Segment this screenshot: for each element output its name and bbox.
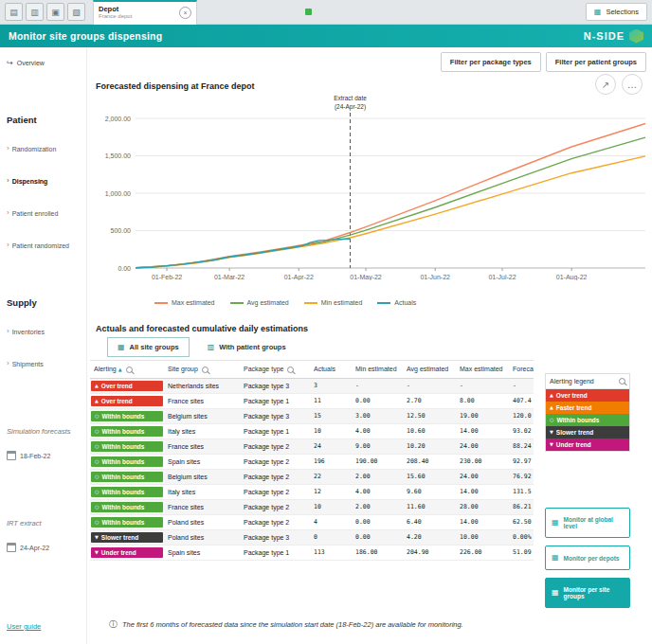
min-estimated-cell: 4.00 [352, 423, 403, 438]
simulation-date[interactable]: 18-Feb-22 [0, 439, 86, 472]
sidebar-item-dispensing[interactable]: ›Dispensing [0, 165, 86, 197]
table-row[interactable]: ○Within boundsSpain sitesPackage type 21… [90, 454, 534, 469]
search-icon[interactable] [202, 367, 208, 373]
site-group-cell: Poland sites [164, 529, 240, 545]
table-row[interactable]: ▼Slower trendPoland sitesPackage type 30… [90, 529, 534, 545]
table-row[interactable]: ▲Over trendNetherlands sitesPackage type… [90, 378, 534, 393]
search-icon[interactable] [619, 378, 625, 385]
alert-label: Within bounds [101, 443, 144, 450]
avg-estimated-cell: 204.90 [403, 545, 456, 560]
sidebar-item-shipments[interactable]: ›Shipments [0, 348, 86, 380]
chart-view-icon[interactable]: ▧ [67, 3, 85, 21]
table-row[interactable]: ▼Under trendSpain sitesPackage type 1113… [90, 545, 534, 560]
max-estimated-cell: 230.00 [456, 454, 509, 469]
sidebar-item-patient-randomized[interactable]: ›Patient randomized [0, 229, 86, 261]
column-header-package-type[interactable]: Package type [240, 361, 310, 378]
sidebar-item-label: Overview [17, 60, 45, 66]
chevron-icon: › [7, 177, 9, 185]
actuals-cell: 113 [310, 545, 352, 560]
sidebar-item-patient-enrolled[interactable]: ›Patient enrolled [0, 197, 86, 229]
actuals-cell: 3 [310, 378, 352, 393]
column-header-site-group[interactable]: Site group [164, 361, 240, 378]
close-tab-icon[interactable]: × [179, 7, 191, 19]
sidebar-item-randomization[interactable]: ›Randomization [0, 133, 86, 165]
chevron-icon: › [7, 209, 9, 217]
site-group-cell: Italy sites [164, 423, 240, 438]
column-header-actuals[interactable]: Actuals [310, 361, 352, 378]
split-view-icon[interactable]: ▥ [26, 3, 44, 21]
trend-icon: ▲ [550, 393, 553, 398]
x-axis-tick-label: 01-Apr-22 [284, 274, 314, 280]
selections-button[interactable]: ▦ Selections [586, 3, 647, 21]
legend-label: Max estimated [172, 299, 215, 306]
forecast-cell: 93.02 [509, 423, 534, 438]
actuals-cell: 196 [310, 454, 352, 469]
x-axis-tick-label: 01-Feb-22 [152, 274, 182, 280]
sidebar-item-overview[interactable]: ↪ Overview [0, 47, 86, 79]
table-row[interactable]: ○Within boundsBelgium sitesPackage type … [90, 408, 534, 423]
forecast-cell: 92.97 [509, 454, 534, 469]
search-icon[interactable] [126, 367, 133, 373]
column-header-alerting[interactable]: Alerting▲ [90, 361, 164, 378]
monitor-per-site-groups-button[interactable]: ▦Monitor per site groups [545, 578, 630, 608]
table-row[interactable]: ▲Over trendFrance sitesPackage type 1110… [90, 393, 534, 408]
user-guide-link[interactable]: User guide [7, 622, 41, 631]
toggle-with-patient-groups[interactable]: ▥ With patient groups [197, 337, 297, 357]
table-row[interactable]: ○Within boundsFrance sitesPackage type 2… [90, 438, 534, 454]
alert-legend-label: Under trend [556, 441, 591, 448]
package-type-cell: Package type 2 [240, 484, 310, 499]
tab-subtitle: France depot [99, 13, 175, 20]
table-row[interactable]: ○Within boundsItaly sitesPackage type 21… [90, 484, 534, 499]
avg-estimated-cell: - [403, 378, 456, 393]
package-type-cell: Package type 2 [240, 438, 310, 454]
column-header-avg-estimated[interactable]: Avg estimated [403, 361, 456, 378]
site-group-toggle: ▦ All site groups ▥ With patient groups [107, 337, 297, 357]
main-content: Filter per package types Filter per pati… [88, 47, 652, 644]
column-header-foreca[interactable]: Foreca [509, 361, 534, 378]
trend-icon: ○ [95, 474, 99, 479]
monitor-per-depots-button[interactable]: ▦Monitor per depots [545, 546, 630, 570]
filter-package-types-button[interactable]: Filter per package types [441, 52, 541, 72]
table-row[interactable]: ○Within boundsItaly sitesPackage type 11… [90, 423, 534, 438]
min-estimated-cell: - [352, 378, 403, 393]
sidebar-item-label: Dispensing [12, 178, 48, 185]
selections-label: Selections [606, 8, 639, 16]
x-axis-tick-label: 01-Aug-22 [556, 274, 588, 280]
column-header-max-estimated[interactable]: Max estimated [456, 361, 509, 378]
window-icon[interactable]: ▤ [5, 3, 23, 21]
alerting-cell: ○Within bounds [90, 484, 164, 499]
irt-extract-date[interactable]: 24-Apr-22 [0, 531, 86, 564]
tab-depot[interactable]: Depot France depot × [93, 0, 197, 25]
trend-icon: ○ [95, 444, 99, 449]
legend-label: Actuals [394, 299, 416, 306]
max-estimated-cell: 8.00 [456, 393, 509, 408]
alert-label: Within bounds [101, 474, 144, 480]
status-indicator [305, 9, 312, 15]
trend-icon: ○ [95, 414, 99, 419]
sidebar-item-inventories[interactable]: ›Inventories [0, 315, 86, 348]
alerting-cell: ○Within bounds [90, 499, 164, 514]
chart-title: Forecasted dispensing at France depot [96, 81, 255, 91]
irt-extract-heading: IRT extract [0, 472, 86, 531]
alerting-cell: ○Within bounds [90, 408, 164, 423]
search-icon[interactable] [287, 367, 294, 373]
trend-icon: ▲ [95, 399, 99, 403]
table-row[interactable]: ○Within boundsPoland sitesPackage type 2… [90, 514, 534, 529]
alert-legend-label: Within bounds [556, 417, 599, 423]
grid-icon: ▦ [594, 8, 602, 16]
alert-badge: ○Within bounds [91, 502, 163, 512]
table-view-icon[interactable]: ▣ [46, 3, 64, 21]
toggle-all-site-groups[interactable]: ▦ All site groups [107, 337, 190, 357]
monitor-at-global-level-button[interactable]: ▦Monitor at global level [545, 508, 630, 538]
alert-badge: ○Within bounds [91, 517, 163, 528]
table-row[interactable]: ○Within boundsFrance sitesPackage type 2… [90, 499, 534, 514]
avg-estimated-cell: 6.40 [403, 514, 456, 529]
site-group-cell: Italy sites [164, 484, 240, 499]
chevron-icon: › [7, 328, 9, 335]
avg-estimated-cell: 12.50 [403, 408, 456, 423]
chevron-icon: › [7, 242, 9, 249]
column-header-min-estimated[interactable]: Min estimated [352, 361, 403, 378]
table-row[interactable]: ○Within boundsBelgium sitesPackage type … [90, 469, 534, 484]
filter-patient-groups-button[interactable]: Filter per patient groups [546, 52, 646, 72]
series-line-max-estimated [136, 124, 645, 268]
